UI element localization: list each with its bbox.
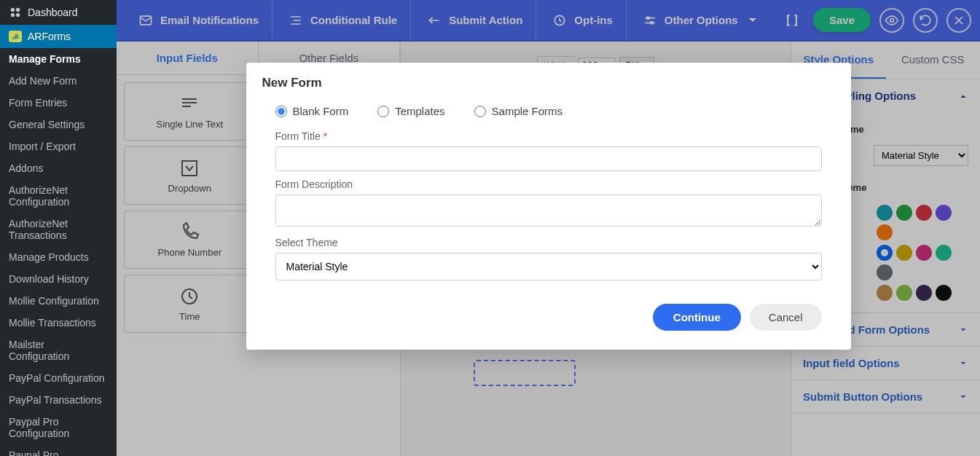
sidebar-subitem[interactable]: PayPal Transactions (0, 389, 117, 411)
radio-input[interactable] (474, 106, 486, 117)
required-asterisk: * (324, 130, 327, 142)
radio-label: Sample Forms (492, 105, 563, 117)
sidebar-subitem[interactable]: AuthorizeNet Configuration (0, 179, 117, 213)
sidebar-brand[interactable]: ꜀a ARForms (0, 25, 117, 48)
svg-point-3 (16, 13, 20, 17)
arforms-logo-icon: ꜀a (9, 31, 22, 42)
form-description-label: Form Description (275, 178, 822, 190)
svg-point-0 (11, 8, 15, 12)
sidebar-dashboard[interactable]: Dashboard (0, 0, 117, 25)
modal-title: New Form (246, 63, 851, 95)
radio-input[interactable] (377, 106, 389, 117)
radio-label: Blank Form (293, 105, 349, 117)
modal-radio-option[interactable]: Sample Forms (474, 105, 563, 117)
continue-button[interactable]: Continue (653, 304, 741, 331)
sidebar-subitem[interactable]: Mailster Configuration (0, 334, 117, 367)
form-title-input[interactable] (275, 146, 822, 171)
modal-overlay[interactable]: New Form Blank FormTemplatesSample Forms… (117, 0, 980, 456)
cancel-button[interactable]: Cancel (750, 304, 822, 331)
sidebar-subitem[interactable]: PayPal Configuration (0, 367, 117, 389)
radio-input[interactable] (275, 106, 287, 117)
sidebar-subitem[interactable]: Add New Form (0, 70, 117, 92)
sidebar-subitem[interactable]: Paypal Pro Configuration (0, 411, 117, 444)
modal-select-theme-label: Select Theme (275, 237, 822, 248)
sidebar-brand-label: ARForms (28, 31, 71, 42)
main-area: Email Notifications Conditional Rule Sub… (117, 0, 980, 456)
radio-label: Templates (395, 105, 444, 117)
modal-radio-option[interactable]: Templates (377, 105, 444, 117)
sidebar-subitem[interactable]: General Settings (0, 114, 117, 135)
modal-select-theme[interactable]: Material Style (275, 253, 822, 280)
form-description-input[interactable] (275, 194, 822, 227)
svg-point-1 (16, 8, 20, 12)
sidebar-subitem[interactable]: AuthorizeNet Transactions (0, 213, 117, 246)
dashboard-icon (9, 6, 22, 19)
sidebar-subitem[interactable]: Form Entries (0, 92, 117, 114)
sidebar-dashboard-label: Dashboard (28, 7, 78, 18)
sidebar-subitem[interactable]: Import / Export (0, 135, 117, 157)
form-title-label: Form Title * (275, 130, 822, 142)
modal-radio-group: Blank FormTemplatesSample Forms (275, 105, 822, 117)
sidebar-subitem[interactable]: Manage Products (0, 246, 117, 268)
sidebar-subitem[interactable]: Paypal Pro Transactions (0, 444, 117, 456)
sidebar-subitem[interactable]: Mollie Configuration (0, 290, 117, 312)
sidebar-subitem[interactable]: Manage Forms (0, 48, 117, 70)
sidebar-subitem[interactable]: Download History (0, 268, 117, 290)
admin-sidebar: Dashboard ꜀a ARForms Manage FormsAdd New… (0, 0, 117, 456)
sidebar-subitem[interactable]: Addons (0, 157, 117, 179)
svg-point-2 (11, 13, 15, 17)
new-form-modal: New Form Blank FormTemplatesSample Forms… (246, 63, 851, 350)
sidebar-subitem[interactable]: Mollie Transactions (0, 312, 117, 334)
modal-radio-option[interactable]: Blank Form (275, 105, 349, 117)
